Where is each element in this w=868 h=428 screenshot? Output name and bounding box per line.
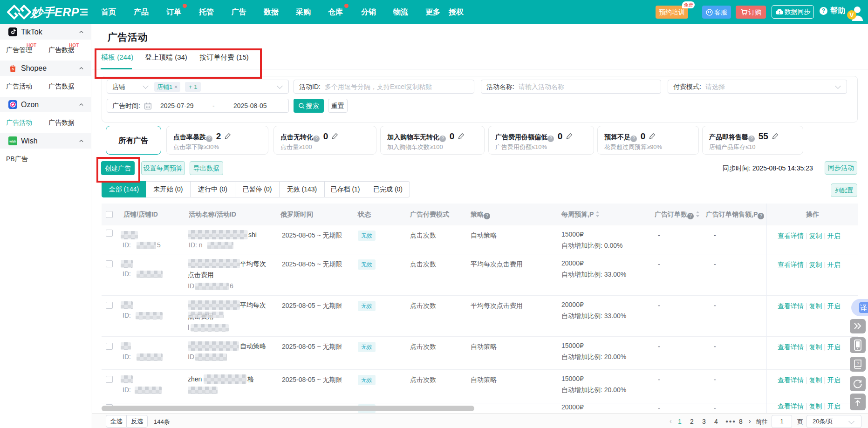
svg-text:V: V [849,11,854,19]
svg-text:?: ? [857,361,859,366]
svg-text:wish: wish [9,140,16,143]
svg-text:S: S [12,68,14,71]
